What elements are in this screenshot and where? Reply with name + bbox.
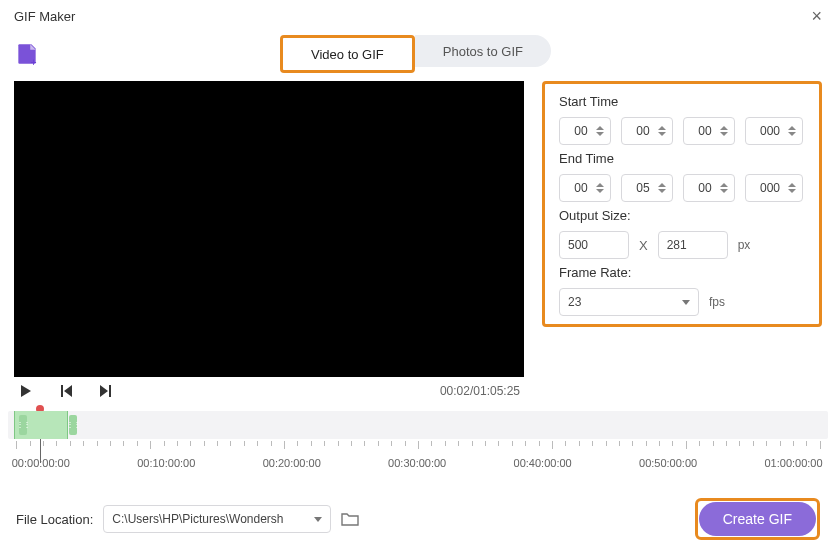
tick-label: 00:20:00:00 <box>263 457 321 469</box>
range-end-handle[interactable]: ⋮⋮ <box>69 415 77 435</box>
tick-label: 00:30:00:00 <box>388 457 446 469</box>
chevron-up-icon[interactable] <box>788 126 796 130</box>
svg-text:+: + <box>30 56 36 67</box>
range-strip[interactable]: ⋮⋮ ⋮⋮ <box>8 411 828 439</box>
range-start-handle[interactable]: ⋮⋮ <box>19 415 27 435</box>
chevron-down-icon <box>682 300 690 305</box>
settings-panel: Start Time 00 00 00 000 End Time 00 05 0… <box>542 81 822 327</box>
end-hours-stepper[interactable]: 00 <box>559 174 611 202</box>
tab-label: Video to GIF <box>311 47 384 62</box>
header-row: + Video to GIF Photos to GIF <box>0 31 836 81</box>
titlebar: GIF Maker × <box>0 0 836 31</box>
frame-rate-value: 23 <box>568 295 581 309</box>
start-ms-stepper[interactable]: 000 <box>745 117 803 145</box>
chevron-down-icon[interactable] <box>788 189 796 193</box>
start-seconds-stepper[interactable]: 00 <box>683 117 735 145</box>
size-unit: px <box>738 238 751 252</box>
tick-label: 00:50:00:00 <box>639 457 697 469</box>
tick-label: 00:00:00:00 <box>12 457 70 469</box>
start-hours-stepper[interactable]: 00 <box>559 117 611 145</box>
create-gif-label: Create GIF <box>723 511 792 527</box>
chevron-down-icon[interactable] <box>788 132 796 136</box>
mode-tabs: Video to GIF Photos to GIF <box>280 35 551 73</box>
selection-range[interactable]: ⋮⋮ ⋮⋮ <box>14 411 68 439</box>
footer: File Location: C:\Users\HP\Pictures\Wond… <box>0 498 836 540</box>
main-content: 00:02/01:05:25 Start Time 00 00 00 000 E… <box>0 81 836 405</box>
video-preview[interactable] <box>14 81 524 377</box>
chevron-down-icon[interactable] <box>596 189 604 193</box>
end-minutes-stepper[interactable]: 05 <box>621 174 673 202</box>
tab-photos-to-gif[interactable]: Photos to GIF <box>415 35 551 67</box>
file-location-select[interactable]: C:\Users\HP\Pictures\Wondersh <box>103 505 331 533</box>
highlight-video-tab: Video to GIF <box>280 35 415 73</box>
chevron-up-icon[interactable] <box>658 183 666 187</box>
chevron-up-icon[interactable] <box>658 126 666 130</box>
chevron-down-icon[interactable] <box>720 132 728 136</box>
tab-video-to-gif[interactable]: Video to GIF <box>283 38 412 70</box>
chevron-up-icon[interactable] <box>720 126 728 130</box>
chevron-up-icon[interactable] <box>596 183 604 187</box>
chevron-up-icon[interactable] <box>720 183 728 187</box>
timeline-labels: 00:00:00:00 00:10:00:00 00:20:00:00 00:3… <box>8 457 828 471</box>
chevron-up-icon[interactable] <box>596 126 604 130</box>
prev-frame-icon[interactable] <box>58 383 74 399</box>
fps-unit: fps <box>709 295 725 309</box>
play-icon[interactable] <box>18 383 34 399</box>
highlight-create-button: Create GIF <box>695 498 820 540</box>
file-location-label: File Location: <box>16 512 93 527</box>
end-seconds-stepper[interactable]: 00 <box>683 174 735 202</box>
output-width-input[interactable] <box>559 231 629 259</box>
size-x-separator: X <box>639 238 648 253</box>
frame-rate-select[interactable]: 23 <box>559 288 699 316</box>
chevron-down-icon[interactable] <box>596 132 604 136</box>
end-ms-stepper[interactable]: 000 <box>745 174 803 202</box>
window-title: GIF Maker <box>14 9 75 24</box>
chevron-down-icon[interactable] <box>658 189 666 193</box>
end-time-label: End Time <box>559 151 805 166</box>
gif-maker-window: GIF Maker × + Video to GIF Photos to GIF <box>0 0 836 550</box>
tick-label: 00:40:00:00 <box>514 457 572 469</box>
tab-label: Photos to GIF <box>443 44 523 59</box>
next-frame-icon[interactable] <box>98 383 114 399</box>
start-time-label: Start Time <box>559 94 805 109</box>
output-size-label: Output Size: <box>559 208 805 223</box>
create-gif-button[interactable]: Create GIF <box>699 502 816 536</box>
file-path: C:\Users\HP\Pictures\Wondersh <box>112 512 283 526</box>
video-area: 00:02/01:05:25 <box>14 81 524 405</box>
output-height-input[interactable] <box>658 231 728 259</box>
tick-label: 00:10:00:00 <box>137 457 195 469</box>
start-minutes-stepper[interactable]: 00 <box>621 117 673 145</box>
tick-label: 01:00:00:00 <box>764 457 822 469</box>
playback-controls: 00:02/01:05:25 <box>14 377 524 405</box>
time-readout: 00:02/01:05:25 <box>440 384 520 398</box>
chevron-down-icon <box>314 517 322 522</box>
close-icon[interactable]: × <box>811 6 822 27</box>
frame-rate-label: Frame Rate: <box>559 265 805 280</box>
timeline-ticks <box>8 441 828 453</box>
chevron-down-icon[interactable] <box>720 189 728 193</box>
chevron-down-icon[interactable] <box>658 132 666 136</box>
chevron-up-icon[interactable] <box>788 183 796 187</box>
timeline[interactable]: ⋮⋮ ⋮⋮ 00:00:00:00 00:10:00:00 00:20:00:0… <box>8 411 828 463</box>
folder-icon[interactable] <box>341 511 359 527</box>
app-logo-icon: + <box>14 41 40 67</box>
